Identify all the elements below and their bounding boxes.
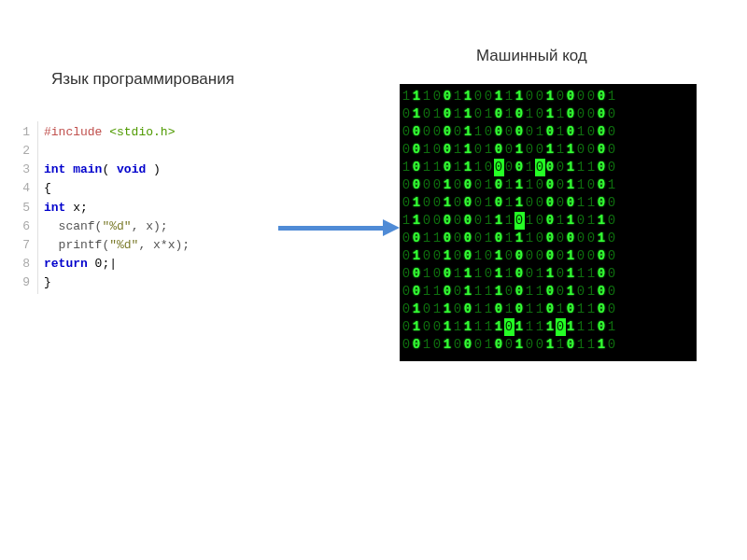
- line-number: 6: [19, 217, 30, 236]
- code-line: int x;: [44, 199, 190, 217]
- binary-row: 110000001110100110110: [402, 212, 695, 230]
- arrow-head-icon: [383, 219, 400, 236]
- binary-row: 000000110000010101000: [402, 123, 695, 141]
- binary-row: 010011111101111011101: [402, 318, 695, 336]
- binary-row: 001001101001001110000: [402, 141, 695, 159]
- line-number: 1: [19, 123, 30, 142]
- arrow-right: [278, 219, 400, 236]
- line-number: 4: [19, 179, 30, 198]
- line-number: 9: [19, 273, 30, 292]
- binary-row: 010010001011000001100: [402, 194, 695, 212]
- machine-code-panel: 1110011001110010000010101011010101011000…: [400, 84, 697, 361]
- line-number: 3: [19, 161, 30, 179]
- code-line: printf("%d", x*x);: [44, 236, 190, 255]
- binary-row: 010101101010101100000: [402, 105, 695, 123]
- code-line: #include <stdio.h>: [44, 123, 190, 142]
- code-line: int main( void ): [44, 161, 190, 179]
- binary-row: 101101110000100011100: [402, 159, 695, 176]
- line-number: 7: [19, 236, 30, 255]
- label-machine-code: Машинный код: [476, 47, 587, 65]
- code-line: }: [44, 273, 190, 292]
- arrow-shaft: [278, 226, 383, 231]
- binary-row: 001100001011100000010: [402, 230, 695, 247]
- line-number: 2: [19, 142, 30, 161]
- binary-row: 010010010100000010000: [402, 247, 695, 265]
- code-lines: #include <stdio.h> int main( void ){int …: [38, 121, 201, 294]
- binary-row: 001001110110011011100: [402, 265, 695, 283]
- code-line: scanf("%d", x);: [44, 217, 190, 236]
- source-code-block: 123456789 #include <stdio.h> int main( v…: [11, 121, 201, 294]
- code-gutter: 123456789: [11, 121, 38, 294]
- binary-row: 001010001001001101110: [402, 336, 695, 354]
- line-number: 5: [19, 199, 30, 217]
- binary-row: 111001100111001000001: [402, 88, 695, 105]
- label-programming-language: Язык программирования: [51, 70, 234, 89]
- code-line: [44, 142, 190, 161]
- binary-row: 001100111100110010100: [402, 283, 695, 301]
- code-line: {: [44, 179, 190, 198]
- binary-row: 010110011010110101100: [402, 301, 695, 318]
- code-line: return 0;|: [44, 255, 190, 273]
- binary-row: 000010001011100011001: [402, 176, 695, 194]
- line-number: 8: [19, 255, 30, 273]
